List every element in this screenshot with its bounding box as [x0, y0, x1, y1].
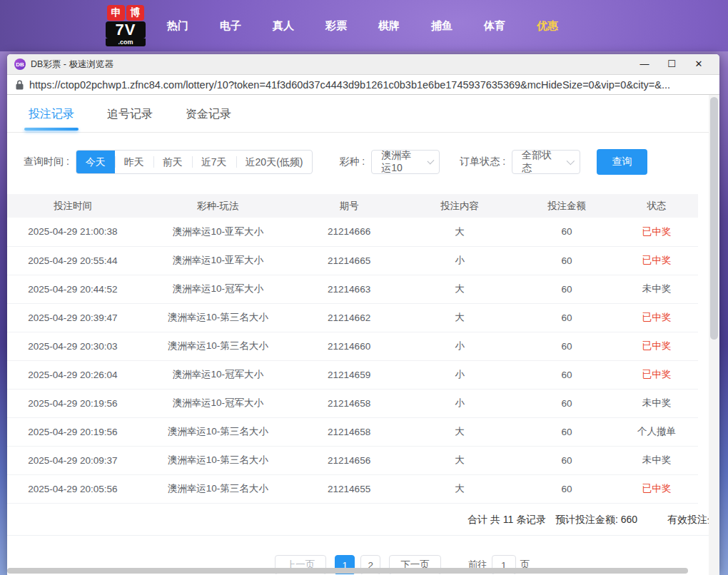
cell-bet-amount: 60: [518, 275, 615, 303]
cell-status: 已中奖: [615, 332, 698, 360]
cell-bet-content: 大: [401, 218, 519, 246]
table-row: 2025-04-29 20:05:56澳洲幸运10-第三名大小21214655大…: [7, 474, 698, 503]
filter-bar: 查询时间 : 今天昨天前天近7天近20天(低频) 彩种 : 澳洲幸运10 订单状…: [7, 149, 719, 175]
column-header-5: 投注金额: [518, 194, 615, 218]
nav-menu: 热门电子真人彩票棋牌捕鱼体育优惠: [151, 0, 574, 51]
nav-item-4[interactable]: 彩票: [310, 19, 363, 33]
order-status-select[interactable]: 全部状态: [512, 150, 580, 174]
nav-item-1[interactable]: 热门: [151, 19, 204, 33]
cell-bet-content: 大: [401, 275, 519, 303]
cell-bet-time: 2025-04-29 20:09:37: [7, 446, 138, 474]
time-option-3[interactable]: 前天: [153, 150, 192, 174]
chevron-down-icon: [427, 158, 434, 165]
cell-game-play: 澳洲幸运10-冠军大小: [138, 360, 298, 389]
column-header-6: 状态: [615, 194, 698, 218]
minimize-icon[interactable]: —: [631, 54, 658, 74]
url-text[interactable]: https://ctop02pchwp1.zfnc84.com/lottery/…: [29, 79, 670, 91]
table-row: 2025-04-29 20:55:44澳洲幸运10-亚军大小21214665小6…: [7, 246, 698, 275]
cell-bet-content: 大: [401, 446, 519, 474]
cell-bet-time: 2025-04-29 20:55:44: [7, 246, 138, 275]
horizontal-scrollbar-thumb[interactable]: [7, 568, 688, 574]
cell-bet-amount: 60: [518, 303, 615, 332]
nav-item-3[interactable]: 真人: [257, 19, 310, 33]
cell-issue-number: 21214656: [298, 446, 401, 474]
cell-game-play: 澳洲幸运10-冠军大小: [138, 389, 298, 417]
window-title: DB彩票 - 极速浏览器: [31, 58, 113, 71]
time-option-5[interactable]: 近20天(低频): [236, 150, 313, 174]
cell-bet-time: 2025-04-29 20:05:56: [7, 474, 138, 503]
tab-1[interactable]: 投注记录: [29, 95, 74, 133]
tab-3[interactable]: 资金记录: [186, 95, 231, 133]
cell-issue-number: 21214662: [298, 303, 401, 332]
time-option-1[interactable]: 今天: [76, 150, 115, 174]
nav-item-7[interactable]: 体育: [468, 19, 521, 33]
cell-bet-amount: 60: [518, 417, 615, 446]
cell-bet-content: 大: [401, 474, 519, 503]
nav-item-8[interactable]: 优惠: [521, 19, 574, 33]
cell-bet-time: 2025-04-29 20:30:03: [7, 332, 138, 360]
search-button[interactable]: 查询: [597, 149, 647, 175]
cell-issue-number: 21214655: [298, 474, 401, 503]
nav-item-2[interactable]: 电子: [204, 19, 257, 33]
logo-com: .com: [106, 39, 146, 46]
cell-game-play: 澳洲幸运10-第三名大小: [138, 417, 298, 446]
cell-issue-number: 21214666: [298, 218, 401, 246]
cell-status: 个人撤单: [615, 417, 698, 446]
chevron-down-icon: [567, 157, 575, 165]
table-row: 2025-04-29 20:09:37澳洲幸运10-第三名大小21214656大…: [7, 446, 698, 474]
cell-status: 已中奖: [615, 246, 698, 275]
cell-bet-content: 小: [401, 332, 519, 360]
table-header-row: 投注时间彩种-玩法期号投注内容投注金额状态: [7, 194, 698, 218]
nav-item-6[interactable]: 捕鱼: [415, 19, 468, 33]
time-range-group: 今天昨天前天近7天近20天(低频): [76, 150, 313, 174]
browser-window: DB DB彩票 - 极速浏览器 — ☐ ✕ https://ctop02pchw…: [7, 54, 719, 575]
time-option-4[interactable]: 近7天: [192, 150, 236, 174]
cell-game-play: 澳洲幸运10-亚军大小: [138, 246, 298, 275]
cell-bet-time: 2025-04-29 20:44:52: [7, 275, 138, 303]
nav-item-5[interactable]: 棋牌: [363, 19, 415, 33]
lottery-filter-label: 彩种 :: [339, 156, 365, 168]
cell-status: 未中奖: [615, 275, 698, 303]
horizontal-scrollbar[interactable]: [7, 568, 709, 574]
logo-char-right: 博: [126, 5, 144, 21]
lottery-select[interactable]: 澳洲幸运10: [371, 150, 440, 174]
cell-bet-content: 小: [401, 246, 519, 275]
maximize-icon[interactable]: ☐: [658, 54, 685, 74]
cell-issue-number: 21214660: [298, 332, 401, 360]
table-row: 2025-04-29 20:44:52澳洲幸运10-冠军大小21214663大6…: [7, 275, 698, 303]
cell-game-play: 澳洲幸运10-第三名大小: [138, 474, 298, 503]
cell-game-play: 澳洲幸运10-亚军大小: [138, 218, 298, 246]
window-titlebar[interactable]: DB DB彩票 - 极速浏览器 — ☐ ✕: [7, 54, 719, 74]
cell-status: 已中奖: [615, 218, 698, 246]
lottery-select-value: 澳洲幸运10: [381, 149, 420, 175]
cell-game-play: 澳洲幸运10-第三名大小: [138, 332, 298, 360]
site-navbar: 申 博 7V .com 热门电子真人彩票棋牌捕鱼体育优惠: [0, 0, 728, 51]
column-header-1: 投注时间: [7, 194, 138, 218]
cell-status: 未中奖: [615, 446, 698, 474]
db-favicon-icon: DB: [14, 58, 26, 70]
cell-bet-time: 2025-04-29 20:19:56: [7, 417, 138, 446]
tab-2[interactable]: 追号记录: [107, 95, 153, 133]
lottery-records-page: 投注记录追号记录资金记录 查询时间 : 今天昨天前天近7天近20天(低频) 彩种…: [7, 95, 719, 574]
cell-bet-time: 2025-04-29 20:19:56: [7, 389, 138, 417]
site-logo[interactable]: 申 博 7V .com: [106, 5, 146, 46]
cell-status: 已中奖: [615, 474, 698, 503]
close-icon[interactable]: ✕: [685, 54, 712, 74]
cell-issue-number: 21214659: [298, 360, 401, 389]
cell-issue-number: 21214658: [298, 417, 401, 446]
cell-bet-amount: 60: [518, 360, 615, 389]
time-option-2[interactable]: 昨天: [115, 150, 153, 174]
record-tabs: 投注记录追号记录资金记录: [7, 95, 719, 133]
table-row: 2025-04-29 20:19:56澳洲幸运10-第三名大小21214658大…: [7, 417, 698, 446]
cell-issue-number: 21214663: [298, 275, 401, 303]
lock-icon: [16, 80, 24, 90]
vertical-scrollbar-thumb[interactable]: [710, 97, 718, 340]
cell-bet-content: 小: [401, 360, 519, 389]
cell-bet-amount: 60: [518, 446, 615, 474]
logo-7v: 7V: [106, 21, 146, 39]
column-header-4: 投注内容: [401, 194, 519, 218]
address-bar[interactable]: https://ctop02pchwp1.zfnc84.com/lottery/…: [7, 74, 719, 95]
vertical-scrollbar[interactable]: [709, 95, 719, 575]
summary-bar: 合计 共 11 条记录 预计投注金额: 660 有效投注金额: [7, 504, 719, 536]
status-filter-label: 订单状态 :: [460, 156, 505, 168]
